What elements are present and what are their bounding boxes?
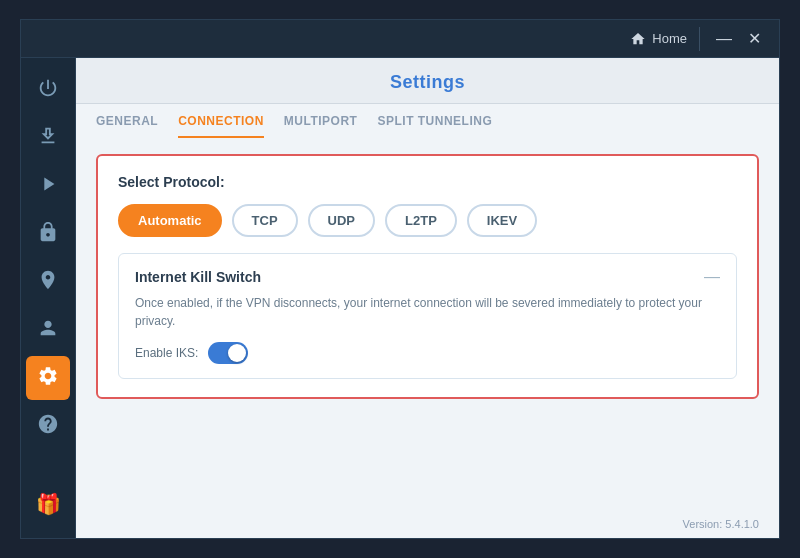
sidebar-item-gift[interactable]: 🎁 [26, 482, 70, 526]
help-icon [37, 413, 59, 439]
ip-icon [37, 269, 59, 295]
kill-switch-enable-row: Enable IKS: [135, 342, 720, 364]
protocol-btn-automatic[interactable]: Automatic [118, 204, 222, 237]
home-label: Home [652, 31, 687, 46]
tab-multiport[interactable]: MULTIPORT [284, 114, 358, 138]
gift-icon: 🎁 [36, 492, 61, 516]
sidebar-item-download[interactable] [26, 116, 70, 160]
close-button[interactable]: ✕ [740, 27, 769, 51]
page-title-bar: Settings [76, 58, 779, 104]
main-layout: 🎁 Settings GENERAL CONNECTION MULTIPORT … [21, 58, 779, 538]
minimize-button[interactable]: — [708, 27, 740, 51]
kill-switch-title: Internet Kill Switch [135, 269, 261, 285]
sidebar-item-lock[interactable] [26, 212, 70, 256]
tab-general[interactable]: GENERAL [96, 114, 158, 138]
sidebar: 🎁 [21, 58, 76, 538]
protocol-btn-l2tp[interactable]: L2TP [385, 204, 457, 237]
content-area: Settings GENERAL CONNECTION MULTIPORT SP… [76, 58, 779, 538]
tab-connection[interactable]: CONNECTION [178, 114, 264, 138]
enable-iks-toggle[interactable] [208, 342, 248, 364]
kill-switch-description: Once enabled, if the VPN disconnects, yo… [135, 294, 720, 330]
sidebar-item-help[interactable] [26, 404, 70, 448]
tab-split-tunneling[interactable]: SPLIT TUNNELING [377, 114, 492, 138]
settings-content: Select Protocol: Automatic TCP UDP L2TP … [76, 138, 779, 538]
sidebar-item-user[interactable] [26, 308, 70, 352]
protocol-btn-ikev[interactable]: IKEV [467, 204, 537, 237]
app-window: Home — ✕ [20, 19, 780, 539]
home-button[interactable]: Home [618, 27, 700, 51]
enable-iks-label: Enable IKS: [135, 346, 198, 360]
kill-switch-collapse[interactable]: — [704, 268, 720, 286]
protocol-label: Select Protocol: [118, 174, 737, 190]
tabs-bar: GENERAL CONNECTION MULTIPORT SPLIT TUNNE… [76, 104, 779, 138]
play-icon [37, 173, 59, 199]
download-icon [37, 125, 59, 151]
title-bar: Home — ✕ [21, 20, 779, 58]
sidebar-item-power[interactable] [26, 68, 70, 112]
version-text: Version: 5.4.1.0 [683, 518, 759, 530]
protocol-btn-udp[interactable]: UDP [308, 204, 375, 237]
settings-icon [37, 365, 59, 391]
sidebar-item-play[interactable] [26, 164, 70, 208]
power-icon [37, 77, 59, 103]
protocol-buttons: Automatic TCP UDP L2TP IKEV [118, 204, 737, 237]
page-title: Settings [96, 72, 759, 93]
kill-switch-panel: Internet Kill Switch — Once enabled, if … [118, 253, 737, 379]
sidebar-item-settings[interactable] [26, 356, 70, 400]
home-icon [630, 31, 646, 47]
protocol-btn-tcp[interactable]: TCP [232, 204, 298, 237]
kill-switch-header: Internet Kill Switch — [135, 268, 720, 286]
lock-icon [37, 221, 59, 247]
sidebar-item-ip[interactable] [26, 260, 70, 304]
user-icon [37, 317, 59, 343]
protocol-section: Select Protocol: Automatic TCP UDP L2TP … [96, 154, 759, 399]
